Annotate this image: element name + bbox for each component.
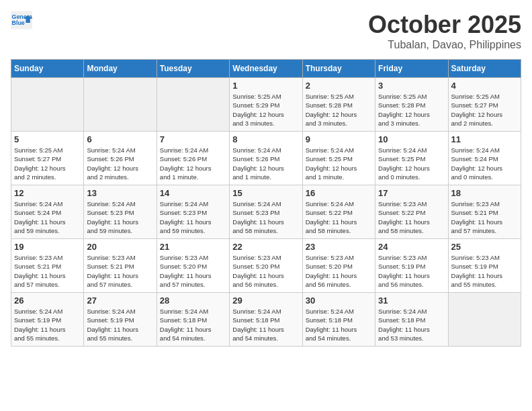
day-info: Sunrise: 5:24 AM Sunset: 5:19 PM Dayligh…	[14, 307, 81, 342]
day-info: Sunrise: 5:23 AM Sunset: 5:20 PM Dayligh…	[160, 253, 226, 289]
day-number: 25	[451, 242, 518, 252]
calendar-cell	[11, 78, 84, 132]
day-info: Sunrise: 5:25 AM Sunset: 5:28 PM Dayligh…	[378, 92, 445, 128]
day-number: 17	[378, 188, 445, 198]
calendar-cell: 2Sunrise: 5:25 AM Sunset: 5:28 PM Daylig…	[302, 78, 375, 132]
calendar-cell: 27Sunrise: 5:24 AM Sunset: 5:19 PM Dayli…	[84, 293, 157, 347]
day-number: 30	[306, 295, 372, 306]
day-info: Sunrise: 5:24 AM Sunset: 5:26 PM Dayligh…	[87, 146, 153, 181]
day-number: 8	[232, 134, 299, 144]
day-number: 13	[87, 188, 153, 198]
day-number: 23	[306, 242, 372, 252]
day-info: Sunrise: 5:23 AM Sunset: 5:20 PM Dayligh…	[306, 253, 372, 289]
day-info: Sunrise: 5:24 AM Sunset: 5:18 PM Dayligh…	[160, 307, 226, 342]
calendar-cell	[157, 78, 229, 132]
day-number: 10	[378, 134, 445, 144]
day-info: Sunrise: 5:23 AM Sunset: 5:19 PM Dayligh…	[451, 253, 518, 289]
calendar-cell: 6Sunrise: 5:24 AM Sunset: 5:26 PM Daylig…	[84, 132, 157, 185]
calendar-body: 1Sunrise: 5:25 AM Sunset: 5:29 PM Daylig…	[11, 78, 521, 347]
calendar-cell: 12Sunrise: 5:24 AM Sunset: 5:24 PM Dayli…	[11, 185, 84, 239]
weekday-header-cell: Friday	[375, 60, 448, 78]
day-info: Sunrise: 5:24 AM Sunset: 5:25 PM Dayligh…	[306, 146, 372, 181]
day-info: Sunrise: 5:24 AM Sunset: 5:19 PM Dayligh…	[87, 307, 153, 342]
day-info: Sunrise: 5:24 AM Sunset: 5:23 PM Dayligh…	[87, 199, 153, 235]
day-info: Sunrise: 5:24 AM Sunset: 5:18 PM Dayligh…	[378, 307, 445, 342]
day-number: 19	[14, 242, 81, 252]
calendar-cell: 21Sunrise: 5:23 AM Sunset: 5:20 PM Dayli…	[157, 239, 229, 293]
day-number: 31	[378, 295, 445, 306]
day-number: 28	[160, 295, 226, 306]
calendar-cell: 23Sunrise: 5:23 AM Sunset: 5:20 PM Dayli…	[302, 239, 375, 293]
day-number: 6	[87, 134, 153, 144]
page-header: General Blue October 2025 Tubalan, Davao…	[11, 11, 521, 51]
weekday-header-row: SundayMondayTuesdayWednesdayThursdayFrid…	[11, 60, 521, 78]
calendar-cell: 5Sunrise: 5:25 AM Sunset: 5:27 PM Daylig…	[11, 132, 84, 185]
weekday-header-cell: Sunday	[11, 60, 84, 78]
calendar-cell: 15Sunrise: 5:24 AM Sunset: 5:23 PM Dayli…	[230, 185, 302, 239]
calendar-cell: 9Sunrise: 5:24 AM Sunset: 5:25 PM Daylig…	[302, 132, 375, 185]
calendar-cell: 28Sunrise: 5:24 AM Sunset: 5:18 PM Dayli…	[157, 293, 229, 347]
svg-text:Blue: Blue	[12, 19, 25, 26]
day-info: Sunrise: 5:25 AM Sunset: 5:29 PM Dayligh…	[232, 92, 299, 128]
day-number: 2	[306, 81, 372, 91]
calendar-cell: 31Sunrise: 5:24 AM Sunset: 5:18 PM Dayli…	[375, 293, 448, 347]
logo-icon: General Blue	[11, 11, 32, 30]
calendar-cell: 10Sunrise: 5:24 AM Sunset: 5:25 PM Dayli…	[375, 132, 448, 185]
day-number: 11	[451, 134, 518, 144]
calendar-cell: 26Sunrise: 5:24 AM Sunset: 5:19 PM Dayli…	[11, 293, 84, 347]
day-info: Sunrise: 5:25 AM Sunset: 5:27 PM Dayligh…	[14, 146, 81, 181]
weekday-header-cell: Wednesday	[230, 60, 302, 78]
calendar-cell: 19Sunrise: 5:23 AM Sunset: 5:21 PM Dayli…	[11, 239, 84, 293]
calendar-cell: 20Sunrise: 5:23 AM Sunset: 5:21 PM Dayli…	[84, 239, 157, 293]
calendar-cell	[448, 293, 521, 347]
title-area: October 2025 Tubalan, Davao, Philippines	[368, 11, 521, 51]
calendar-week-row: 19Sunrise: 5:23 AM Sunset: 5:21 PM Dayli…	[11, 239, 521, 293]
day-number: 22	[232, 242, 299, 252]
calendar-cell: 25Sunrise: 5:23 AM Sunset: 5:19 PM Dayli…	[448, 239, 521, 293]
calendar-cell: 11Sunrise: 5:24 AM Sunset: 5:24 PM Dayli…	[448, 132, 521, 185]
weekday-header-cell: Monday	[84, 60, 157, 78]
day-number: 14	[160, 188, 226, 198]
calendar-cell: 7Sunrise: 5:24 AM Sunset: 5:26 PM Daylig…	[157, 132, 229, 185]
day-number: 4	[451, 81, 518, 91]
calendar-cell: 1Sunrise: 5:25 AM Sunset: 5:29 PM Daylig…	[230, 78, 302, 132]
calendar-week-row: 1Sunrise: 5:25 AM Sunset: 5:29 PM Daylig…	[11, 78, 521, 132]
location-subtitle: Tubalan, Davao, Philippines	[368, 39, 521, 51]
calendar-cell: 16Sunrise: 5:24 AM Sunset: 5:22 PM Dayli…	[302, 185, 375, 239]
calendar-table: SundayMondayTuesdayWednesdayThursdayFrid…	[11, 59, 521, 347]
weekday-header-cell: Thursday	[302, 60, 375, 78]
calendar-cell: 17Sunrise: 5:23 AM Sunset: 5:22 PM Dayli…	[375, 185, 448, 239]
calendar-week-row: 12Sunrise: 5:24 AM Sunset: 5:24 PM Dayli…	[11, 185, 521, 239]
day-info: Sunrise: 5:25 AM Sunset: 5:28 PM Dayligh…	[306, 92, 372, 128]
day-number: 27	[87, 295, 153, 306]
weekday-header-cell: Tuesday	[157, 60, 229, 78]
day-info: Sunrise: 5:23 AM Sunset: 5:22 PM Dayligh…	[378, 199, 445, 235]
day-number: 9	[306, 134, 372, 144]
day-number: 18	[451, 188, 518, 198]
logo: General Blue	[11, 11, 32, 30]
calendar-cell: 8Sunrise: 5:24 AM Sunset: 5:26 PM Daylig…	[230, 132, 302, 185]
day-number: 5	[14, 134, 81, 144]
calendar-cell: 4Sunrise: 5:25 AM Sunset: 5:27 PM Daylig…	[448, 78, 521, 132]
day-info: Sunrise: 5:24 AM Sunset: 5:18 PM Dayligh…	[232, 307, 299, 342]
calendar-cell: 3Sunrise: 5:25 AM Sunset: 5:28 PM Daylig…	[375, 78, 448, 132]
day-info: Sunrise: 5:23 AM Sunset: 5:20 PM Dayligh…	[232, 253, 299, 289]
day-info: Sunrise: 5:24 AM Sunset: 5:23 PM Dayligh…	[232, 199, 299, 235]
calendar-cell: 14Sunrise: 5:24 AM Sunset: 5:23 PM Dayli…	[157, 185, 229, 239]
calendar-cell: 29Sunrise: 5:24 AM Sunset: 5:18 PM Dayli…	[230, 293, 302, 347]
calendar-cell	[84, 78, 157, 132]
month-title: October 2025	[368, 11, 521, 39]
day-number: 21	[160, 242, 226, 252]
day-info: Sunrise: 5:23 AM Sunset: 5:19 PM Dayligh…	[378, 253, 445, 289]
calendar-cell: 30Sunrise: 5:24 AM Sunset: 5:18 PM Dayli…	[302, 293, 375, 347]
day-info: Sunrise: 5:24 AM Sunset: 5:24 PM Dayligh…	[14, 199, 81, 235]
day-info: Sunrise: 5:23 AM Sunset: 5:21 PM Dayligh…	[14, 253, 81, 289]
day-number: 1	[232, 81, 299, 91]
day-info: Sunrise: 5:24 AM Sunset: 5:23 PM Dayligh…	[160, 199, 226, 235]
day-info: Sunrise: 5:24 AM Sunset: 5:22 PM Dayligh…	[306, 199, 372, 235]
calendar-cell: 22Sunrise: 5:23 AM Sunset: 5:20 PM Dayli…	[230, 239, 302, 293]
day-number: 24	[378, 242, 445, 252]
day-number: 26	[14, 295, 81, 306]
day-number: 15	[232, 188, 299, 198]
calendar-cell: 13Sunrise: 5:24 AM Sunset: 5:23 PM Dayli…	[84, 185, 157, 239]
